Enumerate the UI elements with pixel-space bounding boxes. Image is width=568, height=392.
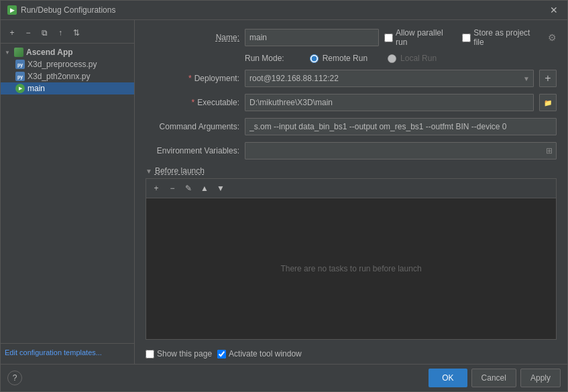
run-icon: ▶ bbox=[15, 84, 25, 93]
name-input[interactable] bbox=[245, 29, 379, 46]
dialog-title: Run/Debug Configurations bbox=[21, 5, 115, 15]
env-vars-wrapper: ⊞ bbox=[245, 142, 557, 159]
deployment-select-wrapper: root@192.168.88.112:22 ▼ bbox=[245, 70, 534, 87]
name-row: Name: Allow parallel run Store as projec… bbox=[146, 28, 557, 47]
sidebar-footer: Edit configuration templates... bbox=[1, 343, 134, 361]
deployment-row: *Deployment: root@192.168.88.112:22 ▼ + bbox=[146, 70, 557, 87]
footer-right: OK Cancel Apply bbox=[429, 369, 561, 387]
add-deployment-button[interactable]: + bbox=[539, 70, 557, 87]
group-icon bbox=[14, 48, 23, 57]
activate-window-group: Activate tool window bbox=[217, 349, 302, 358]
executable-input[interactable] bbox=[245, 94, 534, 111]
settings-gear-icon[interactable]: ⚙ bbox=[548, 32, 557, 43]
edit-templates-link[interactable]: Edit configuration templates... bbox=[5, 348, 102, 356]
bottom-row: Show this page Activate tool window bbox=[146, 346, 557, 358]
cancel-button[interactable]: Cancel bbox=[471, 369, 516, 387]
store-project-checkbox[interactable] bbox=[462, 34, 471, 42]
apply-button[interactable]: Apply bbox=[520, 369, 561, 387]
collapse-icon[interactable]: ▼ bbox=[146, 168, 152, 175]
footer-left: ? bbox=[7, 371, 22, 385]
before-launch-label[interactable]: Before launch bbox=[155, 166, 205, 176]
item-label: X3d_pth2onnx.py bbox=[27, 72, 90, 81]
show-page-group: Show this page bbox=[146, 349, 212, 358]
name-left: Name: bbox=[146, 29, 379, 46]
before-launch-section: ▼ Before launch + − ✎ ▲ ▼ There are no t… bbox=[146, 166, 557, 340]
move-up-button[interactable]: ↑ bbox=[53, 25, 68, 40]
title-bar-left: ▶ Run/Debug Configurations bbox=[7, 5, 115, 15]
allow-parallel-checkbox[interactable] bbox=[384, 34, 393, 42]
sidebar: + − ⧉ ↑ ⇅ ▼ Ascend App py X3d_preprocess… bbox=[1, 20, 135, 364]
sort-button[interactable]: ⇅ bbox=[69, 25, 84, 40]
browse-executable-button[interactable]: 📁 bbox=[539, 94, 557, 111]
env-vars-label: Environment Variables: bbox=[146, 146, 239, 155]
ok-button[interactable]: OK bbox=[429, 369, 467, 387]
remote-run-radio[interactable] bbox=[310, 54, 319, 63]
executable-label: *Executable: bbox=[146, 98, 239, 107]
before-launch-box: + − ✎ ▲ ▼ There are no tasks to run befo… bbox=[146, 178, 557, 340]
item-label: main bbox=[27, 84, 45, 93]
close-button[interactable]: ✕ bbox=[547, 5, 561, 15]
store-project-label: Store as project file bbox=[473, 28, 543, 47]
move-task-down-button[interactable]: ▼ bbox=[213, 181, 228, 196]
show-page-label: Show this page bbox=[157, 349, 212, 358]
remote-run-label: Remote Run bbox=[323, 54, 367, 63]
bottom-checkboxes: Show this page Activate tool window bbox=[146, 349, 302, 358]
activate-window-label: Activate tool window bbox=[229, 349, 302, 358]
config-tree: ▼ Ascend App py X3d_preprocess.py py X3d… bbox=[1, 44, 134, 343]
content-area: + − ⧉ ↑ ⇅ ▼ Ascend App py X3d_preprocess… bbox=[1, 20, 567, 364]
sidebar-toolbar: + − ⧉ ↑ ⇅ bbox=[1, 23, 134, 44]
command-args-input[interactable] bbox=[245, 118, 557, 135]
local-run-label: Local Run bbox=[400, 54, 437, 63]
title-bar: ▶ Run/Debug Configurations ✕ bbox=[1, 1, 567, 20]
before-launch-header: ▼ Before launch bbox=[146, 166, 557, 176]
local-run-radio[interactable] bbox=[388, 54, 396, 63]
deployment-select[interactable]: root@192.168.88.112:22 bbox=[245, 70, 534, 87]
add-task-button[interactable]: + bbox=[149, 181, 164, 196]
local-run-option[interactable]: Local Run bbox=[388, 54, 437, 63]
command-args-label: Command Arguments: bbox=[146, 122, 239, 131]
help-button[interactable]: ? bbox=[7, 371, 22, 385]
required-star: * bbox=[188, 74, 192, 83]
allow-parallel-label: Allow parallel run bbox=[396, 28, 457, 47]
list-item[interactable]: py X3d_pth2onnx.py bbox=[1, 70, 134, 82]
dialog-footer: ? OK Cancel Apply bbox=[1, 364, 567, 391]
python-icon: py bbox=[15, 60, 25, 69]
ascend-app-group: ▼ Ascend App py X3d_preprocess.py py X3d… bbox=[1, 45, 134, 96]
run-mode-row: Run Mode: Remote Run Local Run bbox=[146, 54, 557, 63]
move-task-up-button[interactable]: ▲ bbox=[197, 181, 212, 196]
run-mode-label: Run Mode: bbox=[245, 54, 284, 63]
env-browse-icon[interactable]: ⊞ bbox=[546, 146, 553, 155]
add-config-button[interactable]: + bbox=[5, 25, 19, 40]
activate-window-checkbox[interactable] bbox=[217, 350, 226, 358]
list-item[interactable]: ▶ main bbox=[1, 82, 134, 94]
env-vars-input[interactable] bbox=[245, 142, 557, 159]
run-debug-dialog: ▶ Run/Debug Configurations ✕ + − ⧉ ↑ ⇅ ▼… bbox=[0, 0, 568, 392]
env-vars-row: Environment Variables: ⊞ bbox=[146, 142, 557, 159]
show-page-checkbox[interactable] bbox=[146, 350, 154, 358]
executable-row: *Executable: 📁 bbox=[146, 94, 557, 111]
copy-config-button[interactable]: ⧉ bbox=[37, 25, 52, 40]
launch-toolbar: + − ✎ ▲ ▼ bbox=[146, 179, 556, 198]
python-icon: py bbox=[15, 72, 25, 81]
group-label: Ascend App bbox=[26, 48, 73, 57]
dialog-icon: ▶ bbox=[7, 5, 17, 15]
deployment-label: *Deployment: bbox=[146, 74, 239, 83]
remote-run-option[interactable]: Remote Run bbox=[310, 54, 367, 63]
remove-task-button[interactable]: − bbox=[165, 181, 180, 196]
edit-task-button[interactable]: ✎ bbox=[181, 181, 196, 196]
group-header[interactable]: ▼ Ascend App bbox=[1, 46, 134, 58]
name-right: Allow parallel run Store as project file… bbox=[384, 28, 557, 47]
list-item[interactable]: py X3d_preprocess.py bbox=[1, 58, 134, 70]
command-args-row: Command Arguments: bbox=[146, 118, 557, 135]
name-label: Name: bbox=[146, 33, 239, 42]
item-label: X3d_preprocess.py bbox=[27, 60, 97, 69]
allow-parallel-group: Allow parallel run bbox=[384, 28, 457, 47]
remove-config-button[interactable]: − bbox=[21, 25, 36, 40]
launch-empty-message: There are no tasks to run before launch bbox=[146, 198, 556, 339]
expand-icon: ▼ bbox=[5, 50, 11, 56]
required-star: * bbox=[192, 98, 195, 107]
main-panel: Name: Allow parallel run Store as projec… bbox=[135, 20, 567, 364]
store-project-group: Store as project file bbox=[462, 28, 543, 47]
